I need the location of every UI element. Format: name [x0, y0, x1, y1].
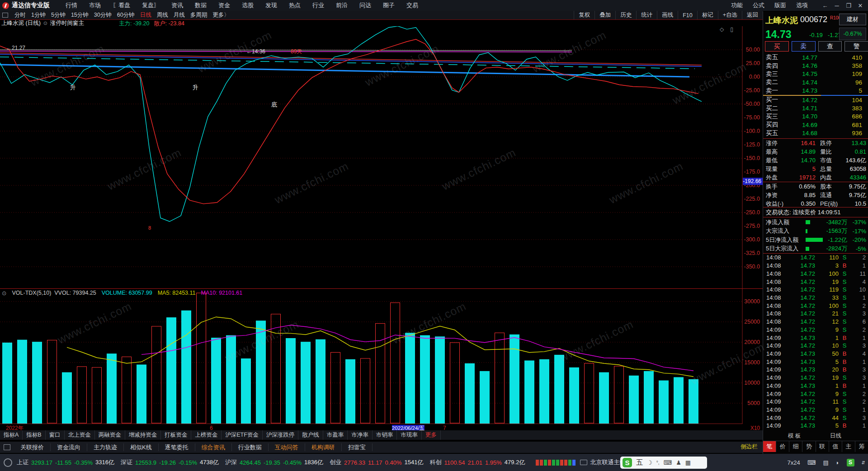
menu-item-行情[interactable]: 行情: [66, 1, 77, 9]
ime-user-icon[interactable]: ♟: [676, 459, 681, 466]
ime-punct-icon[interactable]: °,: [656, 460, 660, 465]
volume-dropdown-icon[interactable]: ⊙: [2, 290, 6, 297]
sell-button[interactable]: 卖: [792, 41, 816, 52]
menu-item-前沿[interactable]: 前沿: [336, 1, 348, 9]
panel-tab-势[interactable]: 势: [802, 441, 816, 452]
chart-corner-icons[interactable]: ◇▯: [720, 26, 740, 33]
tab-市净率[interactable]: 市净率: [348, 430, 373, 440]
tab-散户线[interactable]: 散户线: [298, 430, 323, 440]
tab-逐笔委托[interactable]: 逐笔委托: [159, 443, 195, 452]
menu-item-行业[interactable]: 行业: [312, 1, 324, 9]
menu-item-功能[interactable]: 功能: [731, 1, 743, 9]
period-周线[interactable]: 周线: [157, 11, 168, 19]
quote-row[interactable]: 卖四14.76358: [763, 61, 868, 70]
panel-tab-联[interactable]: 联: [816, 441, 829, 452]
tab-资金流向[interactable]: 资金流向: [51, 443, 87, 452]
quote-row[interactable]: 卖三14.75109: [763, 70, 868, 78]
tab-扫雷宝[interactable]: 扫雷宝: [342, 443, 373, 452]
tab-两融资金[interactable]: 两融资金: [95, 430, 125, 440]
tool-返回[interactable]: 返回: [742, 11, 763, 19]
menu-item-复盘〗[interactable]: 复盘〗: [142, 1, 160, 9]
quote-row[interactable]: 买二14.71383: [763, 104, 868, 112]
minimize-button[interactable]: ─: [831, 2, 843, 9]
period-60分钟[interactable]: 60分钟: [117, 11, 135, 19]
menu-item-资金[interactable]: 资金: [218, 1, 230, 9]
tool-+自选[interactable]: +自选: [718, 11, 742, 19]
menu-item-热点[interactable]: 热点: [289, 1, 301, 9]
main-indicator-chart[interactable]: 50.0025.000.00-25.00-50.00-75.00-100.0-1…: [0, 26, 763, 288]
quote-row[interactable]: 卖五14.77410: [763, 53, 868, 61]
tab-市现率[interactable]: 市现率: [397, 430, 422, 440]
ime-tray-icon[interactable]: S: [847, 459, 854, 466]
period-label[interactable]: 日线: [830, 432, 841, 440]
window-mode-icon[interactable]: [4, 444, 10, 450]
menu-item-发现[interactable]: 发现: [265, 1, 277, 9]
keyboard-wizard-icon[interactable]: ⌨: [807, 459, 816, 466]
menu-item-选股[interactable]: 选股: [242, 1, 254, 9]
indicator-name[interactable]: 涨停时间窗主: [50, 19, 84, 27]
menu-item-市场[interactable]: 市场: [89, 1, 101, 9]
period-1分钟[interactable]: 1分钟: [31, 11, 46, 19]
menu-item-〖看盘[interactable]: 〖看盘: [113, 1, 130, 9]
menu-item-公式[interactable]: 公式: [753, 1, 764, 9]
close-button[interactable]: ✕: [854, 2, 866, 9]
period-日线[interactable]: 日线: [140, 11, 151, 19]
tab-北上资金[interactable]: 北上资金: [65, 430, 95, 440]
tab-窗口[interactable]: 窗口: [46, 430, 65, 440]
tab-关联报价[interactable]: 关联报价: [14, 443, 51, 452]
tab-互动问答[interactable]: 互动问答: [269, 443, 305, 452]
menu-item-交易[interactable]: 交易: [406, 1, 418, 9]
menu-item-圈子[interactable]: 圈子: [383, 1, 395, 9]
period-分时[interactable]: 分时: [14, 11, 26, 19]
period-30分钟[interactable]: 30分钟: [94, 11, 112, 19]
tab-主力轨迹[interactable]: 主力轨迹: [87, 443, 124, 452]
window-layout-icon[interactable]: [2, 13, 8, 18]
tab-行业数据[interactable]: 行业数据: [232, 443, 269, 452]
tool-复权[interactable]: 复权: [574, 11, 594, 19]
notify-icon[interactable]: ◗: [836, 459, 840, 466]
quote-row[interactable]: 买四14.69681: [763, 121, 868, 129]
tab-相似K线[interactable]: 相似K线: [124, 443, 159, 452]
indicator-dropdown-icon[interactable]: ⊙: [43, 20, 47, 26]
panel-tab-笔[interactable]: 笔: [763, 441, 776, 452]
tool-标记[interactable]: 标记: [697, 11, 718, 19]
back-button[interactable]: ←: [819, 2, 831, 9]
tab-机构调研[interactable]: 机构调研: [305, 443, 342, 452]
tool-历史[interactable]: 历史: [615, 11, 636, 19]
quote-row[interactable]: 卖二14.7496: [763, 78, 868, 86]
menu-item-版面[interactable]: 版面: [774, 1, 786, 9]
menu-item-问达[interactable]: 问达: [359, 1, 371, 9]
volume-chart[interactable]: 500010000150002000025000300002022年62022/…: [0, 288, 763, 433]
ime-grid-icon[interactable]: ▦: [685, 459, 691, 466]
ime-moon-icon[interactable]: ☽: [647, 459, 652, 466]
tab-更多[interactable]: 更多: [422, 430, 441, 440]
period-月线[interactable]: 月线: [174, 11, 185, 19]
quote-row[interactable]: 卖一14.735: [763, 87, 868, 95]
period-多周期[interactable]: 多周期: [190, 11, 208, 19]
panel-tab-细[interactable]: 细: [789, 441, 802, 452]
ime-mode[interactable]: 五: [636, 458, 643, 467]
tab-沪深ETF资金[interactable]: 沪深ETF资金: [222, 430, 263, 440]
tool-画线[interactable]: 画线: [657, 11, 678, 19]
panel-tab-价[interactable]: 价: [776, 441, 789, 452]
sidebar-toggle[interactable]: 侧边栏: [741, 443, 758, 451]
monitor-icon[interactable]: ▤: [823, 459, 828, 466]
quote-row[interactable]: 买三14.70686: [763, 113, 868, 121]
tool-F10[interactable]: F10: [678, 11, 697, 19]
quote-row[interactable]: 买一14.72104: [763, 96, 868, 104]
ime-logo-icon[interactable]: S: [623, 458, 632, 467]
menu-item-资讯[interactable]: 资讯: [171, 1, 183, 9]
tab-综合资讯[interactable]: 综合资讯: [195, 443, 232, 452]
tool-叠加[interactable]: 叠加: [594, 11, 615, 19]
tab-指标B[interactable]: 指标B: [23, 430, 45, 440]
menu-item-数据[interactable]: 数据: [195, 1, 207, 9]
tab-指标A[interactable]: 指标A: [0, 430, 23, 440]
buy-button[interactable]: 买: [765, 41, 789, 52]
tool-统计[interactable]: 统计: [636, 11, 657, 19]
template-button[interactable]: 模 板: [788, 432, 801, 440]
sector-button[interactable]: 建材: [839, 14, 866, 25]
period-更多〉[interactable]: 更多〉: [212, 11, 230, 19]
panel-tab-筹[interactable]: 筹: [855, 441, 868, 452]
quote-row[interactable]: 买五14.68936: [763, 129, 868, 137]
tab-市销率[interactable]: 市销率: [373, 430, 397, 440]
